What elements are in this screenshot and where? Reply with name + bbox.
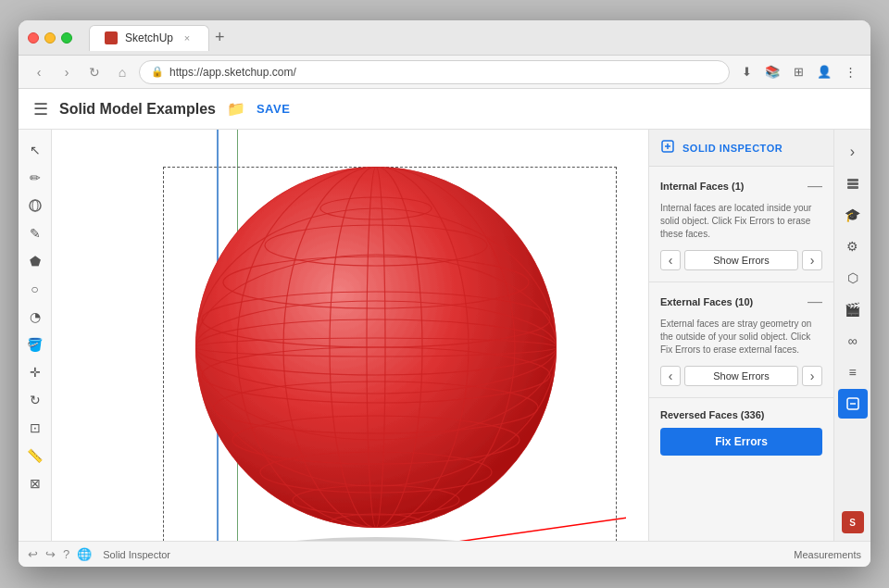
arc-tool[interactable]: ◔: [22, 304, 48, 330]
nav-actions: ⬇ 📚 ⊞ 👤 ⋮: [735, 61, 861, 83]
folder-button[interactable]: 📁: [227, 100, 245, 118]
inspector-title: SOLID INSPECTOR: [682, 143, 783, 154]
maximize-button[interactable]: [61, 32, 72, 44]
forward-button[interactable]: ›: [56, 61, 78, 83]
external-faces-section: External Faces (10) — External faces are…: [649, 282, 833, 398]
menu-button[interactable]: ⋮: [839, 61, 861, 83]
profile-button[interactable]: 👤: [813, 61, 835, 83]
reversed-faces-section: Reversed Faces (336) Fix Errors: [649, 398, 833, 467]
eraser-tool[interactable]: ✏: [22, 165, 48, 191]
sidebar-components-button[interactable]: ⬡: [838, 263, 868, 293]
pencil-tool[interactable]: ✎: [22, 220, 48, 246]
internal-faces-prev-button[interactable]: ‹: [660, 250, 681, 270]
download-button[interactable]: ⬇: [735, 61, 758, 83]
sidebar-style-button[interactable]: 🎓: [838, 200, 868, 230]
save-button[interactable]: SAVE: [257, 102, 290, 116]
orbit-icon: [28, 198, 43, 213]
external-faces-nav-row: ‹ Show Errors ›: [660, 366, 822, 386]
internal-faces-title: Internal Faces (1): [660, 181, 744, 192]
tab-close-button[interactable]: ×: [181, 31, 194, 44]
sidebar-scenes-button[interactable]: 🎬: [838, 294, 868, 324]
external-faces-desc: External faces are stray geometry on the…: [660, 318, 822, 357]
title-bar: SketchUp × +: [19, 20, 870, 56]
external-faces-next-button[interactable]: ›: [802, 366, 822, 386]
select-tool[interactable]: ↖: [22, 137, 48, 163]
move-tool[interactable]: ✛: [22, 359, 48, 385]
back-button[interactable]: ‹: [28, 61, 50, 83]
viewport[interactable]: [52, 130, 648, 541]
nav-bar: ‹ › ↻ ⌂ 🔒 https://app.sketchup.com/ ⬇ 📚 …: [19, 56, 870, 89]
circle-tool[interactable]: ○: [22, 276, 48, 302]
inspector-icon: [660, 139, 675, 156]
tab-bar: SketchUp × +: [89, 25, 861, 51]
internal-faces-nav-row: ‹ Show Errors ›: [660, 250, 822, 270]
windows-button[interactable]: ⊞: [787, 61, 809, 83]
external-faces-collapse[interactable]: —: [808, 294, 822, 310]
minimize-button[interactable]: [44, 32, 56, 44]
new-tab-button[interactable]: +: [215, 28, 225, 47]
status-icons: ↩ ↪ ? 🌐: [28, 547, 92, 561]
right-sidebar: › 🎓 ⚙ ⬡ 🎬 ∞ ≡: [833, 130, 870, 541]
sidebar-tags-button[interactable]: ∞: [838, 326, 868, 356]
internal-faces-section: Internal Faces (1) — Internal faces are …: [649, 167, 833, 282]
help-icon[interactable]: ?: [63, 547, 69, 561]
bookmarks-button[interactable]: 📚: [761, 61, 783, 83]
globe-icon[interactable]: 🌐: [77, 547, 92, 561]
internal-faces-desc: Internal faces are located inside your s…: [660, 202, 822, 241]
close-button[interactable]: [28, 32, 39, 44]
svg-point-0: [30, 200, 41, 211]
browser-tab[interactable]: SketchUp ×: [89, 25, 209, 51]
sketchup-logo: S: [842, 511, 864, 533]
solid-inspector-sidebar-icon: [845, 396, 860, 411]
sidebar-arrow-button[interactable]: ›: [838, 137, 868, 167]
internal-faces-next-button[interactable]: ›: [802, 250, 822, 270]
orbit-tool[interactable]: [22, 193, 48, 219]
home-button[interactable]: ⌂: [111, 61, 133, 83]
tape-tool[interactable]: 📏: [22, 443, 48, 469]
sidebar-materials-button[interactable]: ⚙: [838, 231, 868, 261]
hamburger-menu-button[interactable]: ☰: [33, 99, 48, 119]
external-faces-title: External Faces (10): [660, 296, 753, 307]
sketchup-tab-icon: [105, 31, 118, 44]
section-tool[interactable]: ⊠: [22, 470, 48, 496]
reversed-faces-header: Reversed Faces (336): [660, 409, 822, 420]
refresh-button[interactable]: ↻: [83, 61, 106, 83]
tab-title: SketchUp: [125, 31, 173, 44]
url-text: https://app.sketchup.com/: [169, 66, 296, 79]
svg-point-1: [32, 200, 38, 211]
traffic-lights: [28, 32, 72, 44]
sidebar-entities-button[interactable]: ≡: [838, 357, 868, 387]
reversed-faces-title: Reversed Faces (336): [660, 409, 765, 420]
solid-inspector-icon: [660, 139, 675, 154]
external-faces-show-errors-button[interactable]: Show Errors: [684, 366, 798, 386]
sidebar-layers-button[interactable]: [838, 169, 868, 198]
inspector-header: SOLID INSPECTOR: [649, 130, 833, 167]
external-faces-prev-button[interactable]: ‹: [660, 366, 681, 386]
inspector-body: Internal Faces (1) — Internal faces are …: [649, 167, 833, 541]
svg-rect-26: [847, 179, 858, 181]
rotate-tool[interactable]: ↻: [22, 387, 48, 413]
status-bar: ↩ ↪ ? 🌐 Solid Inspector Measurements: [19, 541, 870, 567]
svg-rect-28: [847, 186, 858, 189]
fix-errors-button[interactable]: Fix Errors: [660, 428, 822, 456]
shape-tool[interactable]: ⬟: [22, 248, 48, 274]
sidebar-solid-button[interactable]: [838, 389, 868, 419]
layers-icon: [845, 176, 860, 191]
back-nav-icon[interactable]: ↩: [28, 547, 38, 561]
main-area: ↖ ✏ ✎ ⬟ ○ ◔ 🪣 ✛ ↻ ⊡ 📏 ⊠: [19, 130, 870, 541]
internal-faces-header: Internal Faces (1) —: [660, 178, 822, 194]
app-header: ☰ Solid Model Examples 📁 SAVE: [19, 89, 870, 130]
left-toolbar: ↖ ✏ ✎ ⬟ ○ ◔ 🪣 ✛ ↻ ⊡ 📏 ⊠: [19, 130, 52, 541]
forward-nav-icon[interactable]: ↪: [45, 547, 56, 561]
address-bar[interactable]: 🔒 https://app.sketchup.com/: [139, 60, 730, 84]
scale-tool[interactable]: ⊡: [22, 415, 48, 441]
sphere-canvas: [144, 153, 626, 541]
inspector-panel: SOLID INSPECTOR Internal Faces (1) — Int…: [648, 130, 833, 541]
measurements-label: Measurements: [794, 549, 861, 560]
external-faces-header: External Faces (10) —: [660, 294, 822, 310]
app-container: ☰ Solid Model Examples 📁 SAVE ↖ ✏ ✎ ⬟ ○: [19, 89, 870, 567]
paint-tool[interactable]: 🪣: [22, 332, 48, 357]
internal-faces-collapse[interactable]: —: [808, 178, 822, 194]
internal-faces-show-errors-button[interactable]: Show Errors: [684, 250, 798, 270]
status-text: Solid Inspector: [103, 549, 783, 560]
